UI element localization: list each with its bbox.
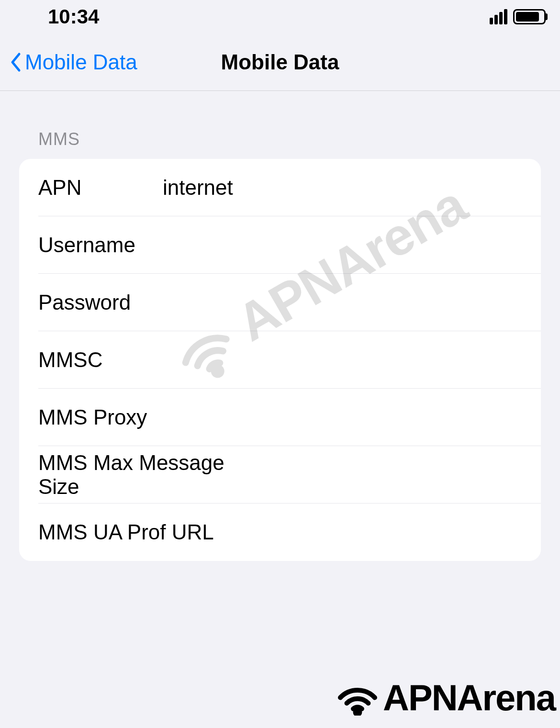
username-input[interactable] — [163, 233, 541, 257]
mms-ua-prof-input[interactable] — [214, 520, 541, 544]
mms-proxy-input[interactable] — [147, 405, 541, 429]
svg-point-1 — [356, 710, 360, 715]
mms-ua-prof-row[interactable]: MMS UA Prof URL — [19, 504, 541, 561]
wifi-icon — [336, 680, 379, 716]
mms-max-size-row[interactable]: MMS Max Message Size — [19, 446, 541, 504]
back-label: Mobile Data — [25, 50, 137, 74]
content-area: MMS APN Username Password MMSC MMS Proxy — [0, 91, 560, 561]
cellular-signal-icon — [490, 9, 507, 24]
status-time: 10:34 — [48, 5, 99, 28]
mms-proxy-row[interactable]: MMS Proxy — [19, 389, 541, 446]
mmsc-input[interactable] — [163, 348, 541, 372]
mmsc-row[interactable]: MMSC — [19, 331, 541, 389]
password-row[interactable]: Password — [19, 274, 541, 331]
mms-max-size-input[interactable] — [259, 463, 541, 487]
apn-row[interactable]: APN — [19, 159, 541, 216]
section-header-mms: MMS — [38, 129, 541, 149]
mmsc-label: MMSC — [38, 348, 163, 372]
mms-ua-prof-label: MMS UA Prof URL — [38, 520, 214, 544]
settings-group: APN Username Password MMSC MMS Proxy MMS… — [19, 159, 541, 561]
chevron-left-icon — [10, 52, 21, 72]
password-label: Password — [38, 291, 163, 314]
status-icons — [490, 9, 546, 24]
footer-text: APNArena — [383, 677, 555, 718]
status-bar: 10:34 — [0, 0, 560, 34]
mms-max-size-label: MMS Max Message Size — [38, 451, 259, 499]
username-label: Username — [38, 233, 163, 257]
apn-input[interactable] — [163, 176, 541, 200]
page-title: Mobile Data — [221, 50, 339, 74]
battery-icon — [513, 9, 546, 24]
footer-logo: APNArena — [336, 677, 555, 718]
mms-proxy-label: MMS Proxy — [38, 405, 147, 429]
apn-label: APN — [38, 176, 163, 200]
password-input[interactable] — [163, 291, 541, 314]
back-button[interactable]: Mobile Data — [10, 50, 137, 74]
navigation-bar: Mobile Data Mobile Data — [0, 34, 560, 91]
username-row[interactable]: Username — [19, 216, 541, 274]
